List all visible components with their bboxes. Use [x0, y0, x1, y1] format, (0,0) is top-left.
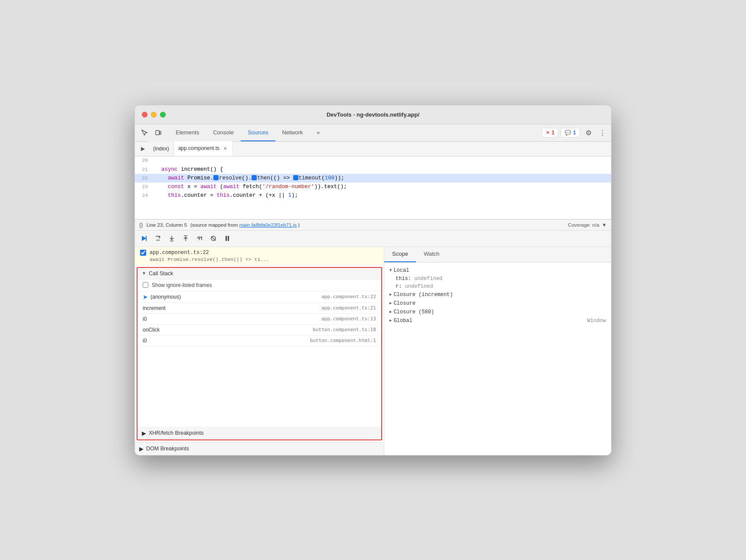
- debugger-controls: [135, 231, 611, 247]
- dom-title: DOM Breakpoints: [146, 446, 189, 452]
- call-stack-item-4[interactable]: i0 button.component.html:1: [137, 335, 381, 346]
- inspect-element-button[interactable]: [138, 127, 151, 139]
- devtools-body: 20 21 async increment() { 22 await Promi…: [135, 156, 611, 455]
- error-badge-button[interactable]: ✕ 1: [542, 128, 559, 137]
- dom-header[interactable]: ▶ DOM Breakpoints: [135, 443, 384, 455]
- call-stack-name-0: ➤ (anonymous): [143, 293, 181, 300]
- line-number-22: 22: [135, 174, 153, 182]
- toolbar-right: ✕ 1 💬 1 ⚙ ⋮: [542, 127, 608, 139]
- scope-closure-header[interactable]: ▶ Closure: [384, 299, 611, 308]
- scope-item-this: this: undefined: [384, 275, 611, 283]
- scope-closure-580-header[interactable]: ▶ Closure (580): [384, 308, 611, 316]
- file-tab-app-label: app.component.ts: [178, 145, 219, 151]
- maximize-button[interactable]: [160, 112, 166, 117]
- code-content-24: this.counter = this.counter + (+x || 1);: [153, 191, 611, 200]
- xhr-header[interactable]: ▶ XHR/fetch Breakpoints: [137, 427, 381, 440]
- tab-network[interactable]: Network: [275, 124, 310, 141]
- call-stack-item-0[interactable]: ➤ (anonymous) app.component.ts:22: [137, 291, 381, 303]
- error-count: 1: [552, 130, 555, 136]
- scope-global-header[interactable]: ▶ Global Window: [384, 316, 611, 325]
- svg-marker-2: [142, 236, 146, 241]
- step-over-button[interactable]: [152, 233, 164, 244]
- call-stack-chevron: ▼: [142, 271, 146, 276]
- call-stack-name-2: i0: [143, 316, 147, 322]
- call-stack-name-3: onClick: [143, 327, 160, 333]
- tab-watch[interactable]: Watch: [416, 247, 447, 262]
- closure-580-chevron: ▶: [389, 309, 392, 314]
- sidebar-toggle-button[interactable]: ▶: [137, 143, 149, 155]
- devtools-toolbar: Elements Console Sources Network » ✕ 1 💬: [135, 124, 611, 142]
- call-stack-item-2[interactable]: i0 app.component.ts:13: [137, 314, 381, 325]
- more-options-button[interactable]: ⋮: [597, 129, 608, 137]
- ignore-frames-checkbox[interactable]: [143, 282, 148, 288]
- scope-tabs: Scope Watch: [384, 247, 611, 263]
- breakpoint-checkbox[interactable]: [140, 250, 146, 256]
- local-chevron: ▼: [389, 268, 392, 273]
- call-stack-loc-4: button.component.html:1: [310, 338, 376, 343]
- source-mapped-label: (source mapped from main.fa8bfa0e23f1eb7…: [190, 222, 300, 228]
- code-line-22: 22 await Promise.resolve().then(() => ti…: [135, 174, 611, 182]
- source-file-link[interactable]: main.fa8bfa0e23f1eb71.js: [239, 222, 297, 228]
- call-stack-item-3[interactable]: onClick button.component.ts:18: [137, 325, 381, 335]
- close-button[interactable]: [142, 112, 147, 117]
- call-stack-name-4: i0: [143, 338, 147, 344]
- file-tabs: ▶ (index) app.component.ts ✕: [135, 142, 611, 156]
- scope-content: ▼ Local this: undefined r: undefined ▶ C…: [384, 263, 611, 455]
- svg-rect-11: [226, 236, 227, 241]
- deactivate-breakpoints-button[interactable]: [208, 233, 219, 244]
- call-stack-item-1[interactable]: increment app.component.ts:21: [137, 303, 381, 314]
- breakpoint-code: await Promise.resolve().then(() => ti...: [140, 257, 379, 262]
- pause-on-exceptions-button[interactable]: [222, 233, 233, 244]
- call-stack-title: Call Stack: [149, 270, 173, 277]
- code-line-24: 24 this.counter = this.counter + (+x || …: [135, 191, 611, 200]
- dom-section: ▶ DOM Breakpoints: [135, 442, 384, 455]
- code-line-23: 23 const x = await (await fetch('/random…: [135, 182, 611, 191]
- call-stack-loc-3: button.component.ts:18: [313, 327, 376, 332]
- step-button[interactable]: [194, 233, 205, 244]
- ignore-frames: Show ignore-listed frames: [137, 280, 381, 291]
- call-stack-loc-1: app.component.ts:21: [321, 305, 376, 311]
- tab-elements[interactable]: Elements: [169, 124, 206, 141]
- line-number-21: 21: [135, 166, 153, 173]
- code-editor[interactable]: 20 21 async increment() { 22 await Promi…: [135, 156, 611, 219]
- file-tab-index[interactable]: (index): [149, 141, 174, 156]
- error-icon: ✕: [546, 130, 550, 136]
- window-title: DevTools - ng-devtools.netlify.app/: [327, 111, 419, 118]
- right-panel: Scope Watch ▼ Local this: undefined: [384, 247, 611, 455]
- tab-sources[interactable]: Sources: [241, 124, 275, 141]
- svg-rect-12: [228, 236, 229, 241]
- step-into-button[interactable]: [166, 233, 177, 244]
- info-icon: 💬: [565, 130, 571, 136]
- coverage-info: Coverage: n/a: [568, 222, 599, 228]
- breakpoint-label: app.component.ts:22: [150, 250, 209, 256]
- tab-more[interactable]: »: [310, 124, 327, 141]
- svg-rect-3: [146, 236, 147, 241]
- line-number-20: 20: [135, 156, 153, 164]
- scope-local-header[interactable]: ▼ Local: [384, 266, 611, 275]
- toolbar-icons: [138, 127, 164, 139]
- call-stack-list: ➤ (anonymous) app.component.ts:22 increm…: [137, 291, 381, 427]
- tab-scope[interactable]: Scope: [384, 247, 416, 262]
- global-value: Window: [587, 318, 606, 324]
- coverage-dropdown-icon[interactable]: ▼: [602, 222, 607, 228]
- info-badge-button[interactable]: 💬 1: [561, 128, 580, 137]
- ignore-frames-label: Show ignore-listed frames: [152, 282, 212, 288]
- minimize-button[interactable]: [151, 112, 157, 117]
- scope-closure-increment-header[interactable]: ▶ Closure (increment): [384, 290, 611, 299]
- left-panel: app.component.ts:22 await Promise.resolv…: [135, 247, 384, 455]
- step-out-button[interactable]: [180, 233, 191, 244]
- file-tab-close-button[interactable]: ✕: [222, 145, 228, 151]
- svg-rect-1: [160, 131, 161, 134]
- xhr-section: ▶ XHR/fetch Breakpoints: [137, 427, 381, 440]
- device-toolbar-button[interactable]: [152, 127, 164, 139]
- resume-button[interactable]: [138, 233, 150, 244]
- breakpoint-header: app.component.ts:22: [140, 250, 379, 256]
- devtools-window: DevTools - ng-devtools.netlify.app/ Elem…: [134, 105, 612, 456]
- pretty-print-button[interactable]: {}: [139, 221, 143, 228]
- settings-button[interactable]: ⚙: [582, 127, 595, 139]
- tab-console[interactable]: Console: [206, 124, 241, 141]
- call-stack-header[interactable]: ▼ Call Stack: [137, 268, 381, 280]
- current-frame-arrow: ➤: [143, 293, 148, 300]
- file-tab-index-label: (index): [153, 146, 169, 152]
- file-tab-app-component[interactable]: app.component.ts ✕: [174, 141, 233, 156]
